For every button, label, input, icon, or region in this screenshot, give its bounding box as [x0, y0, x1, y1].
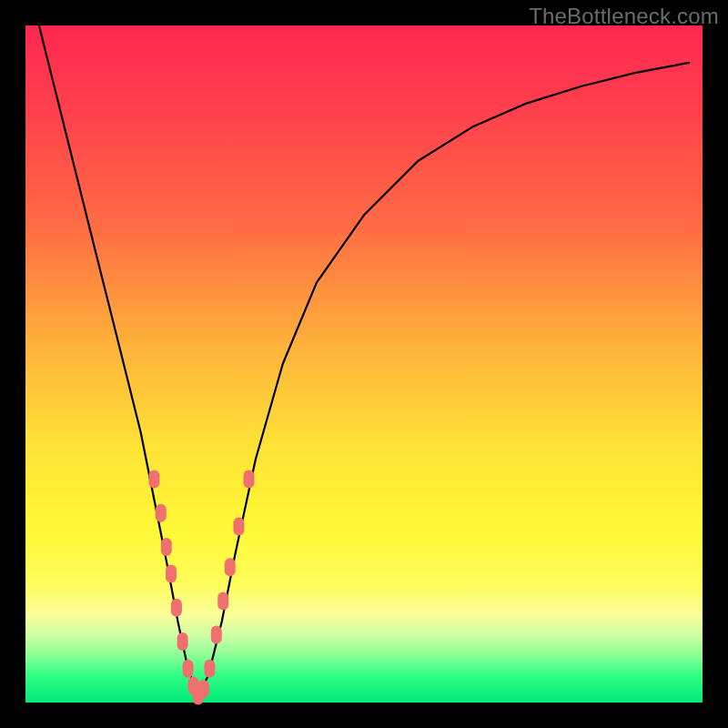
marker-dot [177, 632, 188, 651]
marker-dot [217, 592, 228, 610]
marker-dot [166, 565, 177, 583]
plot-area [25, 25, 703, 703]
bottleneck-curve [39, 25, 689, 696]
marker-dot [244, 470, 255, 489]
chart-frame: TheBottleneck.com [0, 0, 728, 728]
marker-dot [211, 626, 222, 644]
marker-dot [171, 599, 182, 617]
curve-svg [25, 25, 703, 703]
marker-dot [183, 660, 194, 678]
marker-dot [161, 538, 172, 556]
marker-dot [198, 680, 209, 698]
marker-dot [225, 558, 236, 576]
marker-dot [204, 660, 215, 678]
marker-cluster [148, 470, 254, 705]
marker-dot [148, 470, 159, 489]
marker-dot [156, 504, 167, 522]
marker-dot [233, 518, 244, 536]
